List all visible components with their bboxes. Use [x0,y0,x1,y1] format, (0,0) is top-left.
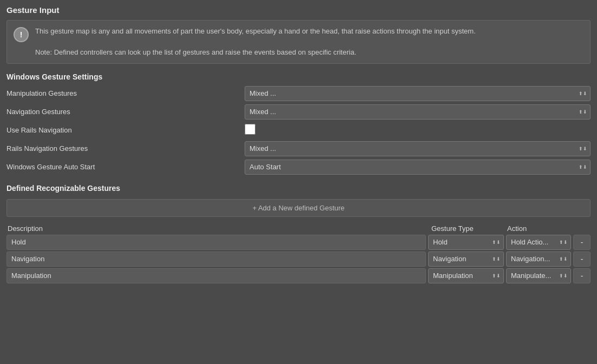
windows-gesture-auto-start-label: Windows Gesture Auto Start [6,163,245,171]
hold-remove: - [573,235,591,250]
hold-action-dropdown[interactable]: Hold Actio... [506,235,571,250]
rails-navigation-gestures-dropdown-wrapper: Mixed ... [245,141,591,156]
use-rails-navigation-row: Use Rails Navigation [6,122,591,138]
hold-gesture-type-wrapper: Hold [428,235,504,250]
manipulation-action-dropdown[interactable]: Manipulate... [506,268,571,283]
navigation-gestures-label: Navigation Gestures [6,108,245,116]
manipulation-gesture-type-wrapper: Manipulation [428,268,504,283]
navigation-gesture-type: Navigation [428,252,504,267]
main-container: Gesture Input ! This gesture map is any … [0,0,597,290]
manipulation-gestures-row: Manipulation Gestures Mixed ... [6,85,591,102]
rails-navigation-gestures-dropdown[interactable]: Mixed ... [245,141,591,156]
navigation-action-dropdown[interactable]: Navigation... [506,252,571,267]
navigation-remove: - [573,252,591,267]
defined-gestures-section: Defined Recognizable Gestures [6,184,591,193]
add-gesture-button[interactable]: + Add a New defined Gesture [6,199,591,217]
col-gesture-type-header: Gesture Type [429,224,505,233]
hold-action: Hold Actio... [506,235,571,250]
use-rails-navigation-checkbox[interactable] [245,124,255,135]
info-text: This gesture map is any and all movement… [35,26,476,58]
navigation-gestures-row: Navigation Gestures Mixed ... [6,104,591,120]
windows-gesture-settings-title: Windows Gesture Settings [6,72,591,81]
manipulation-description: Manipulation [6,268,426,283]
rails-navigation-gestures-control: Mixed ... [245,141,591,156]
table-row-navigation: Navigation Navigation Navigation... - [6,252,591,267]
defined-gestures-title: Defined Recognizable Gestures [6,184,591,193]
info-line1: This gesture map is any and all movement… [35,26,476,37]
manipulation-remove: - [573,268,591,283]
navigation-action-wrapper: Navigation... [506,252,571,267]
info-icon: ! [14,27,29,42]
manipulation-action: Manipulate... [506,268,571,283]
navigation-remove-button[interactable]: - [573,252,591,267]
table-row-hold: Hold Hold Hold Actio... - [6,235,591,250]
navigation-description: Navigation [6,252,426,267]
hold-description: Hold [6,235,426,250]
windows-gesture-auto-start-row: Windows Gesture Auto Start Auto Start [6,159,591,175]
manipulation-gesture-type-dropdown[interactable]: Manipulation [428,268,504,283]
table-row-manipulation: Manipulation Manipulation Manipulate... … [6,268,591,283]
navigation-gestures-dropdown-wrapper: Mixed ... [245,104,591,120]
windows-gesture-settings-section: Windows Gesture Settings Manipulation Ge… [6,72,591,175]
use-rails-navigation-label: Use Rails Navigation [6,126,245,134]
navigation-action: Navigation... [506,252,571,267]
info-box: ! This gesture map is any and all moveme… [6,20,591,64]
windows-gesture-auto-start-dropdown-wrapper: Auto Start [245,160,591,175]
manipulation-gesture-type: Manipulation [428,268,504,283]
use-rails-navigation-control [245,124,591,136]
hold-gesture-type: Hold [428,235,504,250]
rails-navigation-gestures-label: Rails Navigation Gestures [6,144,245,153]
manipulation-remove-button[interactable]: - [573,268,591,283]
manipulation-gestures-dropdown[interactable]: Mixed ... [245,86,591,101]
hold-remove-button[interactable]: - [573,235,591,250]
col-action-header: Action [505,224,570,233]
windows-gesture-auto-start-control: Auto Start [245,160,591,175]
info-line2: Note: Defined controllers can look up th… [35,47,476,58]
col-description-header: Description [8,224,429,233]
page-title: Gesture Input [6,5,591,15]
manipulation-gestures-dropdown-wrapper: Mixed ... [245,86,591,101]
hold-gesture-type-dropdown[interactable]: Hold [428,235,504,250]
navigation-gesture-type-wrapper: Navigation [428,252,504,267]
navigation-gestures-control: Mixed ... [245,104,591,120]
navigation-gesture-type-dropdown[interactable]: Navigation [428,252,504,267]
navigation-gestures-dropdown[interactable]: Mixed ... [245,104,591,120]
manipulation-gestures-control: Mixed ... [245,86,591,101]
rails-navigation-gestures-row: Rails Navigation Gestures Mixed ... [6,141,591,157]
manipulation-gestures-label: Manipulation Gestures [6,89,245,97]
table-header: Description Gesture Type Action [6,224,591,233]
hold-action-wrapper: Hold Actio... [506,235,571,250]
windows-gesture-auto-start-dropdown[interactable]: Auto Start [245,160,591,175]
manipulation-action-wrapper: Manipulate... [506,268,571,283]
